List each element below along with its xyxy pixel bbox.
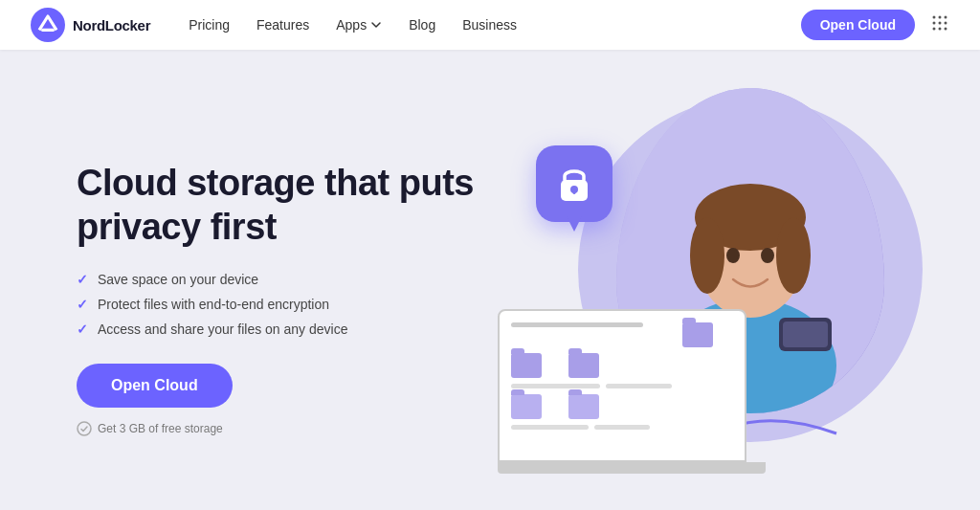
spacer3 [682, 394, 713, 419]
feature-item-2: ✓ Protect files with end-to-end encrypti… [77, 297, 479, 312]
spacer [625, 353, 656, 378]
svg-point-18 [726, 248, 740, 263]
svg-point-7 [933, 28, 936, 31]
grid-icon[interactable] [930, 13, 949, 36]
chevron-down-icon [370, 19, 382, 31]
text-line-d [594, 425, 650, 430]
nav-features[interactable]: Features [256, 17, 309, 33]
brand-name: NordLocker [73, 17, 150, 33]
svg-point-6 [945, 22, 947, 25]
laptop-folder-1 [682, 322, 713, 347]
laptop-folder-2 [511, 353, 542, 378]
svg-point-2 [939, 16, 942, 19]
svg-point-9 [945, 28, 947, 31]
svg-rect-21 [783, 322, 828, 347]
logo[interactable]: NordLocker [31, 8, 150, 42]
text-line-a [511, 384, 600, 388]
laptop-folder-4 [511, 394, 542, 419]
svg-point-1 [933, 16, 936, 19]
svg-point-4 [933, 22, 936, 25]
lock-bubble [536, 145, 612, 222]
hero-cta-button[interactable]: Open Cloud [77, 364, 233, 408]
svg-point-3 [945, 16, 947, 19]
hero-content: Cloud storage that puts privacy first ✓ … [77, 162, 479, 436]
svg-point-16 [690, 217, 724, 294]
svg-point-10 [78, 422, 91, 435]
laptop-screen [498, 309, 746, 462]
svg-point-17 [776, 217, 811, 294]
spacer2 [625, 394, 656, 419]
nav-business[interactable]: Business [462, 17, 517, 33]
nav-apps[interactable]: Apps [336, 17, 382, 33]
laptop-base [498, 462, 766, 474]
svg-point-0 [31, 8, 65, 42]
svg-point-19 [761, 248, 774, 263]
nordlocker-logo-icon [31, 8, 65, 42]
laptop-illustration [498, 309, 766, 491]
svg-rect-24 [573, 189, 576, 194]
check-icon-1: ✓ [77, 272, 88, 287]
text-line-b [606, 384, 673, 388]
open-cloud-button[interactable]: Open Cloud [801, 10, 915, 40]
feature-item-1: ✓ Save space on your device [77, 272, 479, 287]
check-icon-3: ✓ [77, 322, 88, 337]
laptop-text-line-1 [511, 322, 643, 327]
lock-icon [555, 163, 593, 205]
nav-actions: Open Cloud [801, 10, 949, 40]
hero-illustration [479, 88, 903, 510]
shield-icon [77, 421, 92, 436]
free-storage-note: Get 3 GB of free storage [77, 421, 479, 436]
svg-point-8 [939, 28, 942, 31]
laptop-text-row [511, 384, 733, 388]
nav-blog[interactable]: Blog [409, 17, 435, 33]
laptop-text-row-2 [511, 425, 733, 430]
hero-features-list: ✓ Save space on your device ✓ Protect fi… [77, 272, 479, 337]
check-icon-2: ✓ [77, 297, 88, 312]
hero-section: Cloud storage that puts privacy first ✓ … [0, 50, 980, 510]
laptop-folder-5 [568, 394, 599, 419]
hero-title: Cloud storage that puts privacy first [77, 162, 479, 249]
svg-point-5 [939, 22, 942, 25]
feature-item-3: ✓ Access and share your files on any dev… [77, 322, 479, 337]
nav-links: Pricing Features Apps Blog Business [189, 17, 800, 33]
navbar: NordLocker Pricing Features Apps Blog Bu… [0, 0, 980, 50]
text-line-c [511, 425, 589, 430]
laptop-folder-3 [568, 353, 599, 378]
nav-pricing[interactable]: Pricing [189, 17, 230, 33]
